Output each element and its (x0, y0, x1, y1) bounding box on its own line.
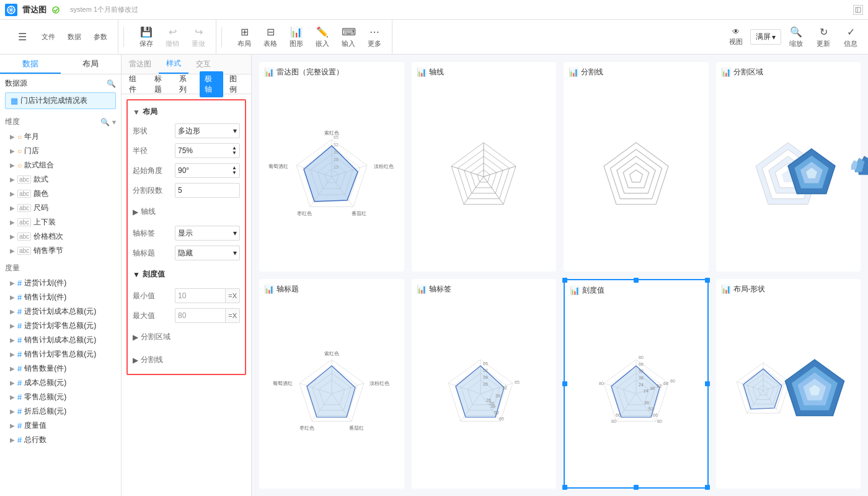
save-icon: 💾 (140, 26, 153, 38)
min-input[interactable]: 10 (175, 288, 226, 303)
measure-purchase-retail[interactable]: ▶ # 进货计划零售总额(元) (0, 319, 121, 333)
field-style[interactable]: ▶ abc 款式 (0, 172, 121, 187)
axis-tag-select[interactable]: 显示 ▾ (175, 226, 240, 241)
chart-button[interactable]: 📊 图形 (284, 24, 309, 51)
subtab-series[interactable]: 系列 (174, 71, 198, 97)
embed-button[interactable]: ✏️ 嵌入 (310, 24, 335, 51)
search-icon[interactable]: 🔍 (107, 79, 116, 88)
measure-row-count[interactable]: ▶ # 总行数 (0, 433, 121, 447)
redo-button[interactable]: ↪ 重做 (186, 24, 211, 51)
measure-sales-cost[interactable]: ▶ # 销售计划成本总额(元) (0, 333, 121, 347)
chart-card-axis-line[interactable]: 📊 轴线 (412, 62, 557, 272)
subtab-title[interactable]: 标题 (149, 71, 174, 97)
table-button[interactable]: ⊟ 表格 (258, 24, 283, 51)
field-expand-icon: ▶ (10, 294, 15, 301)
chart-card-split-area[interactable]: 📊 分割区域 (716, 62, 861, 272)
handle-br[interactable] (705, 485, 710, 490)
update-button[interactable]: ↻ 更新 (811, 24, 836, 51)
file-button[interactable]: 文件 (36, 30, 61, 44)
svg-text:索红色: 索红色 (324, 351, 339, 356)
field-type-abc-icon: abc (17, 204, 31, 212)
input-button[interactable]: ⌨ 输入 (336, 24, 361, 51)
scale-header[interactable]: ▼ 刻度值 (133, 265, 240, 283)
measure-discount-total[interactable]: ▶ # 折后总额(元) (0, 404, 121, 418)
undo-button[interactable]: ↩ 撤销 (160, 24, 185, 51)
expand-dim-icon[interactable]: ▾ (112, 118, 116, 126)
field-store[interactable]: ▶ ○ 门店 (0, 144, 121, 158)
scale-label: 刻度值 (143, 269, 165, 280)
chart-card-split-line[interactable]: 📊 分割线 (564, 62, 709, 272)
menu-button[interactable]: ☰ (10, 29, 35, 45)
chart-card-axis-label[interactable]: 📊 轴标签 (412, 279, 557, 489)
more-button[interactable]: ⋯ 更多 (362, 24, 387, 51)
layout-section-title[interactable]: ▼ 布局 (128, 103, 245, 121)
field-style-combo[interactable]: ▶ ○ 款式组合 (0, 158, 121, 172)
measure-purchase-plan[interactable]: ▶ # 进货计划(件) (0, 276, 121, 290)
param-button[interactable]: 参数 (88, 30, 113, 44)
main-area: 数据 布局 数据源 🔍 ▦ 门店计划完成情况表 维度 🔍 ▾ ▶ ○ (0, 55, 868, 496)
layout-button[interactable]: ⊞ 布局 (232, 24, 257, 51)
stepper-down-icon[interactable]: ▼ (232, 170, 237, 175)
measure-retail-total[interactable]: ▶ # 零售总额(元) (0, 390, 121, 404)
svg-text:24: 24 (644, 389, 649, 393)
field-season[interactable]: ▶ abc 销售季节 (0, 244, 121, 258)
measure-cost-total[interactable]: ▶ # 成本总额(元) (0, 376, 121, 390)
split-line-header[interactable]: ▶ 分割线 (133, 351, 240, 369)
measure-sales-plan[interactable]: ▶ # 销售计划(件) (0, 290, 121, 304)
info-button[interactable]: ✓ 信息 (838, 24, 863, 51)
field-label: 销售计划(件) (24, 292, 66, 303)
radius-input[interactable]: 75% ▲ ▼ (175, 143, 240, 158)
handle-tm[interactable] (634, 278, 639, 283)
stepper-down-icon[interactable]: ▼ (232, 151, 237, 156)
tab-layout[interactable]: 布局 (61, 55, 122, 74)
input-label: 输入 (342, 39, 355, 48)
dimensions-header: 维度 🔍 ▾ (0, 114, 121, 130)
field-size[interactable]: ▶ abc 尺码 (0, 201, 121, 215)
view-button[interactable]: 👁 视图 (724, 25, 748, 49)
field-year-month[interactable]: ▶ ○ 年月 (0, 130, 121, 144)
axis-title-select[interactable]: 隐藏 ▾ (175, 246, 240, 260)
measure-sales-retail[interactable]: ▶ # 销售计划零售总额(元) (0, 347, 121, 361)
data-button[interactable]: 数据 (62, 30, 87, 44)
measure-purchase-cost[interactable]: ▶ # 进货计划成本总额(元) (0, 304, 121, 319)
chart-card-scale[interactable]: 📊 刻度值 (564, 279, 709, 489)
start-angle-input[interactable]: 90° ▲ ▼ (175, 163, 240, 178)
handle-tl[interactable] (562, 278, 567, 283)
field-color[interactable]: ▶ abc 颜色 (0, 187, 121, 201)
handle-tr[interactable] (705, 278, 710, 283)
tab-data[interactable]: 数据 (0, 55, 61, 74)
field-expand-icon: ▶ (10, 422, 15, 429)
title-bar: 雷达图 system 1个月前修改过 (0, 0, 868, 20)
handle-ml[interactable] (562, 381, 567, 386)
datasource-label: 数据源 (5, 78, 27, 89)
measure-value[interactable]: ▶ # 度量值 (0, 418, 121, 433)
chart-card-axis-title[interactable]: 📊 轴标题 (259, 279, 404, 489)
max-input[interactable]: 80 (175, 308, 226, 323)
chart-icon: 📊 (417, 285, 427, 294)
measure-sales-qty[interactable]: ▶ # 销售数量(件) (0, 361, 121, 376)
subtab-polar[interactable]: 极轴 (200, 71, 224, 97)
field-price-level[interactable]: ▶ abc 价格档次 (0, 229, 121, 244)
chart-card-layout-shape[interactable]: 📊 布局-形状 (716, 279, 861, 489)
axis-header[interactable]: ▶ 轴线 (133, 203, 240, 221)
subtab-legend[interactable]: 图例 (224, 71, 249, 97)
handle-bm[interactable] (634, 485, 639, 490)
datasource-item[interactable]: ▦ 门店计划完成情况表 (5, 92, 116, 109)
subtab-component[interactable]: 组件 (124, 71, 148, 97)
svg-marker-43 (629, 170, 642, 182)
save-button[interactable]: 💾 保存 (134, 24, 159, 51)
chart-card-radar-full[interactable]: 📊 雷达图（完整设置） (259, 62, 404, 272)
split-area-header[interactable]: ▶ 分割区域 (133, 328, 240, 346)
expand-button[interactable] (853, 5, 863, 15)
svg-text:80: 80 (611, 419, 616, 423)
arrow-right-icon: ▶ (133, 333, 138, 342)
handle-bl[interactable] (562, 485, 567, 490)
fullscreen-dropdown[interactable]: 满屏 ▾ (750, 29, 781, 45)
svg-text:39: 39 (490, 404, 495, 409)
field-top-bottom[interactable]: ▶ abc 上下装 (0, 215, 121, 229)
shape-select[interactable]: 多边形 ▾ (175, 123, 240, 138)
search-dim-icon[interactable]: 🔍 (100, 118, 110, 126)
handle-mr[interactable] (705, 381, 710, 386)
zoom-button[interactable]: 🔍 缩放 (784, 24, 808, 51)
segments-input[interactable]: 5 (175, 183, 240, 198)
